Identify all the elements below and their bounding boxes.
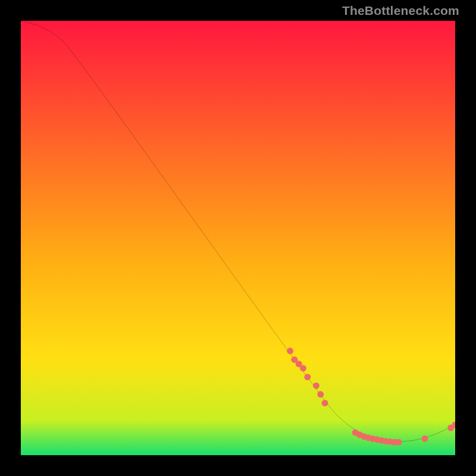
data-marker [396, 439, 402, 446]
data-marker [313, 383, 320, 389]
data-marker [300, 365, 306, 372]
bottleneck-curve-plot [21, 21, 455, 455]
gradient-background [21, 21, 455, 455]
data-marker [322, 400, 328, 406]
data-marker [317, 391, 324, 397]
data-marker [421, 436, 428, 442]
watermark-text: TheBottleneck.com [342, 4, 459, 18]
data-marker [304, 374, 311, 380]
chart-container: TheBottleneck.com [0, 0, 476, 476]
data-marker [287, 347, 293, 354]
